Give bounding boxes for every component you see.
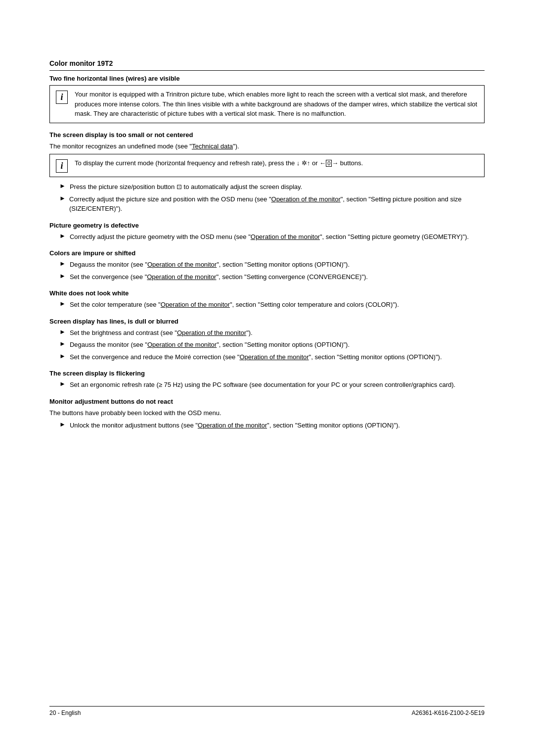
footer-left: 20 - English [49, 709, 81, 716]
bullet-text-geometry: Correctly adjust the picture geometry wi… [70, 232, 469, 242]
section-title-colors-impure: Colors are impure or shifted [49, 249, 485, 257]
bullet-text-refresh-rate: Set an ergonomic refresh rate (≥ 75 Hz) … [70, 380, 455, 390]
section-screen-flickering: The screen display is flickering ► Set a… [49, 370, 485, 390]
operation-link-3[interactable]: Operation of the monitor [147, 261, 217, 268]
info-box-two-fine-lines: i Your monitor is equipped with a Trinit… [49, 85, 485, 123]
section-title-white-not-white: White does not look white [49, 289, 485, 297]
operation-link-6[interactable]: Operation of the monitor [177, 329, 246, 336]
bullet-text-screen-adjust: Press the picture size/position button ⊡… [70, 182, 302, 192]
footer-right: A26361-K616-Z100-2-5E19 [412, 709, 485, 716]
bullet-degauss: ► Degauss the monitor (see "Operation of… [49, 260, 485, 270]
bullet-arrow-icon-7: ► [59, 328, 66, 335]
operation-link-7[interactable]: Operation of the monitor [147, 341, 217, 348]
bullet-text-convergence: Set the convergence (see "Operation of t… [70, 272, 368, 282]
bullet-arrow-icon: ► [59, 182, 66, 189]
bullet-geometry: ► Correctly adjust the picture geometry … [49, 232, 485, 242]
bullet-arrow-icon-11: ► [59, 421, 66, 428]
bullet-arrow-icon-2: ► [59, 194, 65, 202]
operation-link-1[interactable]: Operation of the monitor [271, 195, 341, 203]
bullet-convergence: ► Set the convergence (see "Operation of… [49, 272, 485, 282]
operation-link-8[interactable]: Operation of the monitor [239, 353, 309, 361]
bullet-arrow-icon-10: ► [59, 380, 66, 387]
section-screen-lines: Screen display has lines, is dull or blu… [49, 318, 485, 362]
operation-link-2[interactable]: Operation of the monitor [251, 233, 320, 240]
section-title-screen-flickering: The screen display is flickering [49, 370, 485, 377]
info-text-screen-too-small: To display the current mode (horizontal … [75, 158, 363, 168]
bullet-arrow-icon-9: ► [59, 352, 66, 360]
section-title-picture-geometry: Picture geometry is defective [49, 222, 485, 229]
operation-link-4[interactable]: Operation of the monitor [147, 273, 216, 281]
bullet-arrow-icon-6: ► [59, 300, 66, 307]
info-icon-2: i [56, 159, 68, 173]
page: Color monitor 19T2 Two fine horizontal l… [0, 0, 534, 756]
section-screen-too-small: The screen display is too small or not c… [49, 131, 485, 214]
footer: 20 - English A26361-K616-Z100-2-5E19 [49, 706, 485, 716]
info-text-two-fine-lines: Your monitor is equipped with a Trinitro… [75, 90, 478, 119]
bullet-osd-adjust: ► Correctly adjust the picture size and … [49, 194, 485, 214]
bullet-arrow-icon-5: ► [59, 272, 66, 280]
bullet-text-degauss: Degauss the monitor (see "Operation of t… [70, 260, 350, 270]
bullet-brightness: ► Set the brightness and contrast (see "… [49, 328, 485, 338]
bullet-text-unlock: Unlock the monitor adjustment buttons (s… [70, 421, 400, 430]
operation-link-5[interactable]: Operation of the monitor [161, 301, 230, 308]
section-title-buttons-not-react: Monitor adjustment buttons do not react [49, 398, 485, 405]
bullet-arrow-icon-3: ► [59, 232, 66, 239]
bullet-color-temp: ► Set the color temperature (see "Operat… [49, 300, 485, 310]
section-colors-impure: Colors are impure or shifted ► Degauss t… [49, 249, 485, 282]
bullet-text-osd-adjust: Correctly adjust the picture size and po… [69, 194, 485, 214]
bullet-arrow-icon-8: ► [59, 340, 66, 347]
bullet-unlock: ► Unlock the monitor adjustment buttons … [49, 421, 485, 430]
section-title-two-fine-lines: Two fine horizontal lines (wires) are vi… [49, 75, 485, 82]
bullet-text-moire: Set the convergence and reduce the Moiré… [70, 352, 442, 362]
section-title-screen-too-small: The screen display is too small or not c… [49, 131, 485, 139]
bullet-text-color-temp: Set the color temperature (see "Operatio… [70, 300, 399, 310]
section-white-not-white: White does not look white ► Set the colo… [49, 289, 485, 310]
buttons-intro-text: The buttons have probably been locked wi… [49, 408, 485, 418]
bullet-text-brightness: Set the brightness and contrast (see "Op… [70, 328, 253, 338]
section-buttons-not-react: Monitor adjustment buttons do not react … [49, 398, 485, 430]
section-title-screen-lines: Screen display has lines, is dull or blu… [49, 318, 485, 325]
info-icon: i [56, 91, 68, 104]
bullet-arrow-icon-4: ► [59, 260, 66, 267]
operation-link-9[interactable]: Operation of the monitor [198, 422, 267, 429]
section-picture-geometry: Picture geometry is defective ► Correctl… [49, 222, 485, 242]
section-two-fine-lines: Two fine horizontal lines (wires) are vi… [49, 75, 485, 123]
screen-too-small-intro: The monitor recognizes an undefined mode… [49, 142, 485, 151]
bullet-refresh-rate: ► Set an ergonomic refresh rate (≥ 75 Hz… [49, 380, 485, 390]
bullet-text-degauss-2: Degauss the monitor (see "Operation of t… [70, 340, 350, 350]
technical-data-link[interactable]: Technical data [192, 142, 233, 150]
page-title: Color monitor 19T2 [49, 59, 485, 71]
info-box-screen-too-small: i To display the current mode (horizonta… [49, 154, 485, 177]
bullet-degauss-2: ► Degauss the monitor (see "Operation of… [49, 340, 485, 350]
bullet-moire: ► Set the convergence and reduce the Moi… [49, 352, 485, 362]
bullet-screen-adjust: ► Press the picture size/position button… [49, 182, 485, 192]
